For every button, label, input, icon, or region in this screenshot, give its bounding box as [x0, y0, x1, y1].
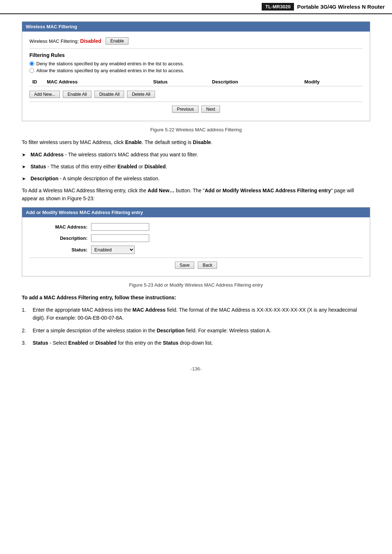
- add-modify-panel: Add or Modify Wireless MAC Address Filte…: [22, 207, 370, 276]
- add-modify-panel-title: Add or Modify Wireless MAC Address Filte…: [26, 210, 143, 215]
- enable-all-button[interactable]: Enable All: [63, 91, 91, 98]
- wmf-panel-title: Wireless MAC Filtering: [26, 24, 77, 29]
- figure1-caption: Figure 5-22 Wireless MAC address Filteri…: [22, 127, 370, 132]
- status-select[interactable]: Enabled Disabled: [91, 246, 135, 254]
- add-new-button[interactable]: Add New...: [29, 91, 60, 98]
- wmf-status-row: Wireless MAC Filtering: Disabled Enable: [29, 37, 363, 45]
- description-label: Description:: [29, 235, 87, 241]
- bullet-item-status: ➤ Status - The status of this entry eith…: [22, 163, 370, 171]
- status-row: Status: Enabled Disabled: [29, 246, 363, 254]
- bullet-item-mac: ➤ MAC Address - The wireless station's M…: [22, 151, 370, 159]
- figure2-caption: Figure 5-23 Add or Modify Wireless MAC A…: [22, 282, 370, 288]
- save-button[interactable]: Save: [175, 262, 194, 269]
- model-label: TL-MR3020: [262, 3, 294, 11]
- bullet-arrow-3: ➤: [22, 175, 27, 183]
- wmf-panel: Wireless MAC Filtering Wireless MAC Filt…: [22, 21, 370, 121]
- status-label: Status:: [29, 247, 87, 253]
- next-button[interactable]: Next: [201, 106, 220, 113]
- mac-address-label: MAC Address:: [29, 224, 87, 230]
- instructions-title: To add a MAC Address Filtering entry, fo…: [22, 294, 370, 301]
- save-back-row: Save Back: [29, 258, 363, 270]
- bullet-item-desc: ➤ Description - A simple description of …: [22, 175, 370, 183]
- deny-radio-label: Deny the stations specified by any enabl…: [36, 61, 184, 66]
- col-id: ID: [29, 78, 44, 86]
- col-modify: Modify: [302, 78, 363, 86]
- numbered-item-2: 2. Enter a simple description of the wir…: [22, 327, 370, 335]
- wmf-panel-header: Wireless MAC Filtering: [22, 22, 370, 32]
- main-content: Wireless MAC Filtering Wireless MAC Filt…: [0, 14, 392, 359]
- col-desc: Description: [209, 78, 302, 86]
- filtering-rules-title: Filtering Rules: [29, 52, 363, 58]
- item-text-2: Enter a simple description of the wirele…: [33, 327, 370, 335]
- page-number: -136-: [191, 366, 201, 372]
- col-mac: MAC Address: [44, 78, 150, 86]
- bullet-text-3: Description - A simple description of th…: [30, 175, 160, 182]
- numbered-item-1: 1. Enter the appropriate MAC Address int…: [22, 306, 370, 322]
- numbered-list: 1. Enter the appropriate MAC Address int…: [22, 306, 370, 347]
- num-2: 2.: [22, 327, 33, 335]
- deny-radio[interactable]: [29, 61, 34, 66]
- deny-radio-row: Deny the stations specified by any enabl…: [29, 61, 363, 66]
- back-button[interactable]: Back: [198, 262, 217, 269]
- enable-button[interactable]: Enable: [106, 37, 128, 45]
- item-text-1: Enter the appropriate MAC Address into t…: [33, 306, 370, 322]
- page-header: TL-MR3020 Portable 3G/4G Wireless N Rout…: [0, 0, 392, 14]
- add-modify-panel-body: MAC Address: Description: Status: Enable…: [22, 217, 370, 276]
- page-footer: -136-: [0, 359, 392, 375]
- add-modify-panel-header: Add or Modify Wireless MAC Address Filte…: [22, 208, 370, 217]
- mac-address-input[interactable]: [91, 223, 149, 231]
- bullet-arrow-1: ➤: [22, 151, 27, 159]
- col-status: Status: [150, 78, 209, 86]
- nav-buttons: Previous Next: [29, 102, 363, 115]
- wmf-status-value: Disabled: [80, 38, 101, 44]
- bullet-text-2: Status - The status of this entry either…: [30, 163, 167, 171]
- wmf-status-label: Wireless MAC Filtering:: [29, 38, 79, 44]
- allow-radio-row: Allow the stations specified by any enab…: [29, 68, 363, 73]
- num-1: 1.: [22, 306, 33, 322]
- item-text-3: Status - Select Enabled or Disabled for …: [33, 339, 370, 347]
- bullet-arrow-2: ➤: [22, 163, 27, 171]
- allow-radio-label: Allow the stations specified by any enab…: [36, 68, 184, 73]
- wmf-panel-body: Wireless MAC Filtering: Disabled Enable …: [22, 32, 370, 121]
- allow-radio[interactable]: [29, 68, 34, 73]
- description-row: Description:: [29, 234, 363, 242]
- divider1: [29, 48, 363, 49]
- body-para-1: To filter wireless users by MAC Address,…: [22, 138, 370, 146]
- mac-table: ID MAC Address Status Description Modify: [29, 78, 363, 86]
- body-para-2: To Add a Wireless MAC Address filtering …: [22, 186, 370, 203]
- bullet-text-1: MAC Address - The wireless station's MAC…: [30, 151, 198, 159]
- mac-address-row: MAC Address:: [29, 223, 363, 231]
- previous-button[interactable]: Previous: [172, 106, 199, 113]
- num-3: 3.: [22, 339, 33, 347]
- disable-all-button[interactable]: Disable All: [94, 91, 124, 98]
- numbered-item-3: 3. Status - Select Enabled or Disabled f…: [22, 339, 370, 347]
- header-title: Portable 3G/4G Wireless N Router: [297, 4, 385, 10]
- table-buttons: Add New... Enable All Disable All Delete…: [29, 91, 363, 98]
- description-input[interactable]: [91, 234, 149, 242]
- mac-table-header-row: ID MAC Address Status Description Modify: [29, 78, 363, 86]
- delete-all-button[interactable]: Delete All: [127, 91, 155, 98]
